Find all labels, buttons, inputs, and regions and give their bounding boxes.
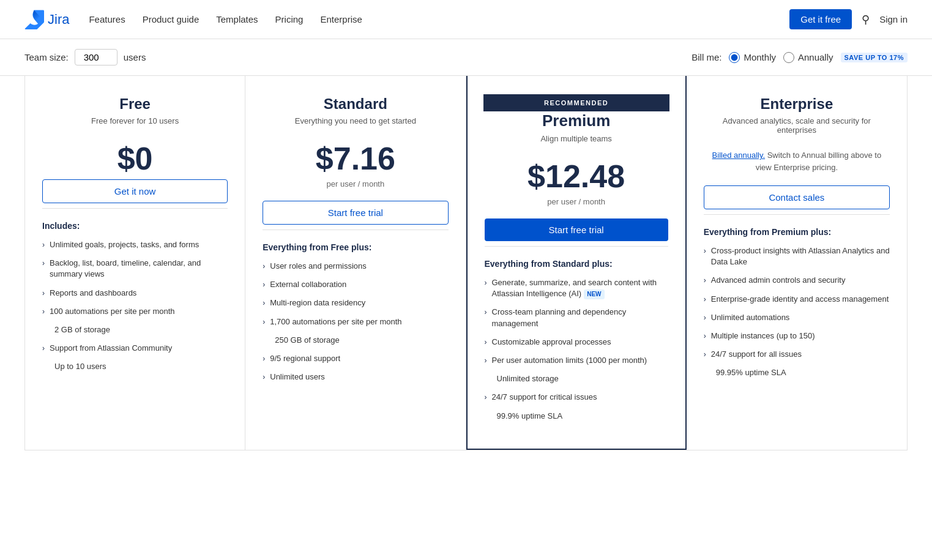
feature-text: 9/5 regional support — [270, 353, 340, 364]
feature-plain: 99.9% uptime SLA — [485, 411, 668, 422]
feature-text: Advanced admin controls and security — [711, 275, 846, 286]
feature-text: Backlog, list, board, timeline, calendar… — [50, 258, 228, 280]
team-bar: Team size: users Bill me: Monthly Annual… — [0, 39, 932, 76]
enterprise-note: Billed annually. Switch to Annual billin… — [704, 149, 890, 173]
feature-item: ›1,700 automations per site per month — [263, 316, 448, 327]
plan-price-free: $0 — [42, 140, 228, 177]
feature-item: ›100 automations per site per month — [42, 306, 228, 317]
new-badge: NEW — [584, 289, 604, 299]
nav-pricing[interactable]: Pricing — [275, 14, 304, 24]
recommended-badge: RECOMMENDED — [483, 94, 669, 111]
chevron-icon: › — [704, 294, 706, 305]
cta-free[interactable]: Get it now — [42, 179, 228, 203]
nav-links: Features Product guide Templates Pricing… — [89, 14, 789, 24]
feature-plain: Up to 10 users — [42, 361, 228, 372]
enterprise-pricing-text: Billed annually. Switch to Annual billin… — [704, 149, 890, 173]
plan-desc-standard: Everything you need to get started — [263, 116, 448, 125]
features-title-premium: Everything from Standard plus: — [485, 259, 668, 269]
feature-plain: 2 GB of storage — [42, 324, 228, 335]
get-it-free-button[interactable]: Get it free — [789, 9, 852, 29]
save-badge: SAVE UP TO 17% — [841, 53, 908, 62]
billed-annually-link[interactable]: Billed annually. — [712, 151, 765, 160]
plan-header-premium: PremiumAlign multiple teams — [485, 111, 668, 143]
feature-text: Multi-region data residency — [270, 297, 365, 308]
cta-standard[interactable]: Start free trial — [263, 201, 448, 225]
feature-text: Cross-product insights with Atlassian An… — [711, 245, 890, 267]
feature-item: ›Support from Atlassian Community — [42, 343, 228, 354]
nav-actions: Get it free ⚲ Sign in — [789, 9, 908, 29]
sign-in-link[interactable]: Sign in — [879, 14, 908, 24]
chevron-icon: › — [704, 275, 706, 286]
chevron-icon: › — [42, 240, 45, 250]
feature-item: ›24/7 support for all issues — [704, 349, 890, 360]
chevron-icon: › — [704, 349, 706, 360]
chevron-icon: › — [42, 343, 45, 354]
feature-item: ›Backlog, list, board, timeline, calenda… — [42, 258, 228, 280]
cta-premium[interactable]: Start free trial — [485, 218, 668, 241]
feature-text: Per user automation limits (1000 per mon… — [492, 355, 647, 366]
feature-text: External collaboration — [270, 279, 346, 290]
plan-header-enterprise: EnterpriseAdvanced analytics, scale and … — [704, 95, 890, 135]
plan-price-sub-premium: per user / month — [485, 197, 668, 206]
annually-option[interactable]: Annually — [783, 52, 833, 63]
chevron-icon: › — [42, 307, 45, 317]
chevron-icon: › — [263, 261, 265, 272]
features-title-enterprise: Everything from Premium plus: — [704, 227, 890, 237]
features-premium: Everything from Standard plus:›Generate,… — [485, 246, 668, 422]
monthly-label: Monthly — [744, 52, 776, 62]
plan-col-premium: RECOMMENDEDPremiumAlign multiple teams$1… — [466, 76, 687, 450]
plan-price-premium: $12.48 — [485, 158, 668, 195]
plan-name-standard: Standard — [263, 95, 448, 113]
chevron-icon: › — [263, 298, 265, 308]
feature-item: ›Per user automation limits (1000 per mo… — [485, 355, 668, 366]
chevron-icon: › — [42, 288, 45, 299]
features-title-free: Includes: — [42, 221, 228, 231]
chevron-icon: › — [704, 313, 706, 323]
feature-item: ›24/7 support for critical issues — [485, 392, 668, 403]
annually-label: Annually — [798, 52, 833, 62]
chevron-icon: › — [485, 392, 487, 403]
feature-text: 100 automations per site per month — [50, 306, 175, 317]
nav-logo[interactable]: Jira — [24, 10, 69, 29]
search-icon[interactable]: ⚲ — [862, 13, 870, 26]
nav-enterprise[interactable]: Enterprise — [320, 14, 362, 24]
plan-price-sub-standard: per user / month — [263, 179, 448, 189]
feature-item: ›Advanced admin controls and security — [704, 275, 890, 286]
monthly-option[interactable]: Monthly — [729, 52, 776, 63]
feature-item: ›Unlimited automations — [704, 312, 890, 323]
feature-item: ›Generate, summarize, and search content… — [485, 277, 668, 299]
features-title-standard: Everything from Free plus: — [263, 242, 448, 252]
plan-desc-enterprise: Advanced analytics, scale and security f… — [704, 116, 890, 135]
cta-enterprise[interactable]: Contact sales — [704, 185, 890, 209]
chevron-icon: › — [704, 246, 706, 256]
feature-item: ›User roles and permissions — [263, 261, 448, 272]
monthly-radio[interactable] — [729, 52, 740, 63]
feature-text: 24/7 support for critical issues — [492, 392, 597, 403]
plan-name-free: Free — [42, 95, 228, 113]
annually-radio[interactable] — [783, 52, 794, 63]
chevron-icon: › — [485, 337, 487, 348]
nav-templates[interactable]: Templates — [216, 14, 258, 24]
chevron-icon: › — [485, 278, 487, 288]
chevron-icon: › — [263, 354, 265, 364]
feature-item: ›Multi-region data residency — [263, 297, 448, 308]
navbar: Jira Features Product guide Templates Pr… — [0, 0, 932, 39]
team-size-input[interactable] — [75, 49, 117, 65]
feature-text: 1,700 automations per site per month — [270, 316, 401, 327]
plan-desc-premium: Align multiple teams — [485, 134, 668, 143]
plan-name-enterprise: Enterprise — [704, 95, 890, 113]
feature-text: Support from Atlassian Community — [50, 343, 172, 354]
nav-product-guide[interactable]: Product guide — [143, 14, 199, 24]
chevron-icon: › — [485, 356, 487, 366]
feature-item: ›Unlimited users — [263, 371, 448, 383]
team-size-unit: users — [124, 52, 146, 62]
nav-features[interactable]: Features — [89, 14, 125, 24]
feature-text: Unlimited automations — [711, 312, 790, 323]
features-free: Includes:›Unlimited goals, projects, tas… — [42, 208, 228, 373]
feature-text: Reports and dashboards — [50, 288, 136, 299]
feature-item: ›Cross-product insights with Atlassian A… — [704, 245, 890, 267]
feature-item: ›External collaboration — [263, 279, 448, 290]
plan-header-standard: StandardEverything you need to get start… — [263, 95, 448, 125]
feature-item: ›Multiple instances (up to 150) — [704, 330, 890, 342]
feature-plain: Unlimited storage — [485, 373, 668, 384]
